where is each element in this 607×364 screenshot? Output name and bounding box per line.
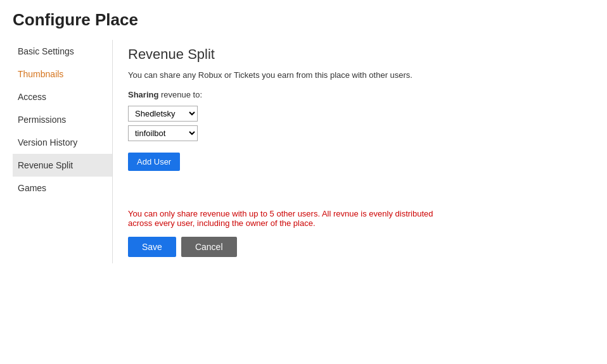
sidebar-item-permissions[interactable]: Permissions	[13, 108, 112, 131]
sidebar: Basic Settings Thumbnails Access Permiss…	[13, 40, 113, 263]
sidebar-item-thumbnails[interactable]: Thumbnails	[13, 63, 112, 85]
sidebar-item-access[interactable]: Access	[13, 85, 112, 108]
sharing-label: Sharing revenue to:	[128, 90, 579, 99]
save-button[interactable]: Save	[128, 237, 176, 257]
sharing-rest: revenue to:	[158, 90, 202, 99]
sidebar-item-version-history[interactable]: Version History	[13, 131, 112, 154]
cancel-button[interactable]: Cancel	[181, 237, 237, 257]
add-user-button[interactable]: Add User	[128, 153, 180, 171]
page-wrapper: Configure Place Basic Settings Thumbnail…	[0, 0, 607, 273]
add-user-wrapper: Add User	[128, 145, 579, 171]
user-select-2[interactable]: tinfoilbot Shedletsky OtherUser	[128, 125, 198, 141]
section-title: Revenue Split	[128, 46, 579, 63]
sidebar-item-games[interactable]: Games	[13, 177, 112, 199]
sidebar-item-basic-settings[interactable]: Basic Settings	[13, 40, 112, 63]
user-select-row-1: Shedletsky tinfoilbot OtherUser	[128, 106, 579, 122]
warning-text: You can only share revenue with up to 5 …	[128, 209, 457, 228]
action-buttons: Save Cancel	[128, 237, 579, 257]
user-select-1[interactable]: Shedletsky tinfoilbot OtherUser	[128, 106, 198, 122]
sidebar-item-revenue-split[interactable]: Revenue Split	[13, 154, 112, 177]
user-select-row-2: tinfoilbot Shedletsky OtherUser	[128, 125, 579, 141]
page-title: Configure Place	[13, 10, 594, 30]
description: You can share any Robux or Tickets you e…	[128, 70, 445, 80]
main-content: Revenue Split You can share any Robux or…	[113, 40, 594, 263]
layout: Basic Settings Thumbnails Access Permiss…	[13, 40, 594, 263]
sharing-bold: Sharing	[128, 90, 158, 99]
